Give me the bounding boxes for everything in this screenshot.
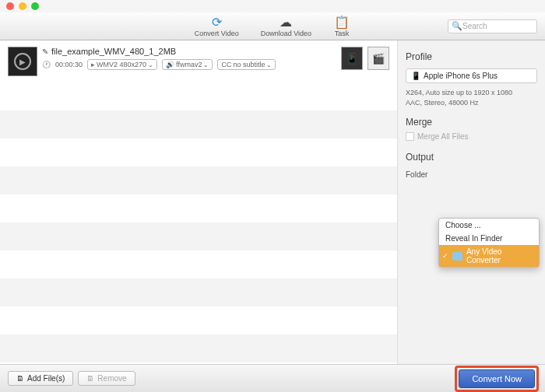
toolbar: ⟳ Convert Video ☁ Download Video 📋 Task …: [0, 12, 545, 40]
file-name: file_example_WMV_480_1_2MB: [51, 47, 176, 56]
edit-clip-icon[interactable]: 🎬: [367, 47, 389, 70]
toolbar-label: Convert Video: [195, 30, 239, 37]
window-titlebar: [0, 0, 545, 12]
convert-now-button[interactable]: Convert Now: [459, 369, 535, 388]
play-small-icon: ▸: [91, 61, 95, 68]
task-tool[interactable]: 📋 Task: [333, 16, 350, 37]
merge-checkbox[interactable]: [406, 132, 414, 141]
folder-label: Folder: [406, 170, 537, 179]
profile-select[interactable]: 📱 Apple iPhone 6s Plus: [406, 68, 537, 83]
cloud-download-icon: ☁: [277, 16, 294, 30]
search-input[interactable]: 🔍 Search: [448, 19, 537, 33]
format-select[interactable]: ▸ WMV2 480x270 ⌄: [87, 59, 157, 70]
video-thumbnail[interactable]: ▶: [8, 47, 37, 76]
pencil-icon[interactable]: ✎: [42, 47, 48, 56]
minimize-window-button[interactable]: [19, 2, 26, 10]
search-icon: 🔍: [452, 21, 462, 31]
remove-button[interactable]: 🗎 Remove: [78, 371, 135, 386]
duration: 00:00:30: [55, 61, 83, 68]
toolbar-label: Download Video: [261, 30, 311, 37]
refresh-icon: ⟳: [208, 16, 225, 30]
check-icon: ✓: [442, 252, 448, 260]
merge-label: Merge All Files: [417, 132, 469, 141]
merge-title: Merge: [406, 117, 537, 128]
chevron-down-icon: ⌄: [203, 61, 209, 68]
file-list-panel: ▶ ✎ file_example_WMV_480_1_2MB 🕐 00:00:3…: [0, 40, 397, 364]
speaker-icon: 🔊: [166, 61, 174, 68]
profile-desc-line: X264, Auto size up to 1920 x 1080: [406, 88, 537, 98]
maximize-window-button[interactable]: [31, 2, 39, 10]
chevron-down-icon: ⌄: [266, 61, 272, 68]
chevron-down-icon: ⌄: [148, 61, 153, 68]
phone-icon[interactable]: 📱: [341, 47, 363, 70]
download-video-tool[interactable]: ☁ Download Video: [261, 16, 311, 37]
toolbar-label: Task: [335, 30, 350, 37]
popup-selected-folder[interactable]: ✓ Any Video Converter: [439, 245, 539, 267]
convert-highlight: Convert Now: [455, 366, 539, 392]
close-window-button[interactable]: [6, 2, 14, 10]
output-title: Output: [406, 152, 537, 163]
clock-icon: 🕐: [42, 61, 51, 68]
sidebar: Profile 📱 Apple iPhone 6s Plus X264, Aut…: [397, 40, 545, 364]
audio-select[interactable]: 🔊 ffwmav2 ⌄: [162, 59, 213, 70]
phone-small-icon: 📱: [411, 72, 420, 80]
play-icon: ▶: [14, 53, 31, 70]
document-icon: 🗎: [16, 374, 24, 383]
output-folder-popup: Choose ... Reveal In Finder ✓ Any Video …: [438, 218, 540, 268]
add-files-button[interactable]: 🗎 Add File(s): [8, 371, 73, 386]
folder-icon: [452, 252, 462, 261]
subtitle-select[interactable]: CC no subtitle ⌄: [217, 59, 276, 70]
popup-reveal[interactable]: Reveal In Finder: [439, 232, 539, 245]
popup-choose[interactable]: Choose ...: [439, 219, 539, 232]
search-placeholder: Search: [462, 22, 487, 30]
bottom-bar: 🗎 Add File(s) 🗎 Remove Convert Now: [0, 364, 545, 392]
clipboard-icon: 📋: [333, 16, 350, 30]
convert-video-tool[interactable]: ⟳ Convert Video: [195, 16, 239, 37]
profile-desc-line: AAC, Stereo, 48000 Hz: [406, 98, 537, 108]
document-icon: 🗎: [86, 374, 94, 383]
profile-title: Profile: [406, 51, 537, 62]
file-row[interactable]: ▶ ✎ file_example_WMV_480_1_2MB 🕐 00:00:3…: [0, 40, 397, 82]
empty-list-area: [0, 82, 397, 364]
